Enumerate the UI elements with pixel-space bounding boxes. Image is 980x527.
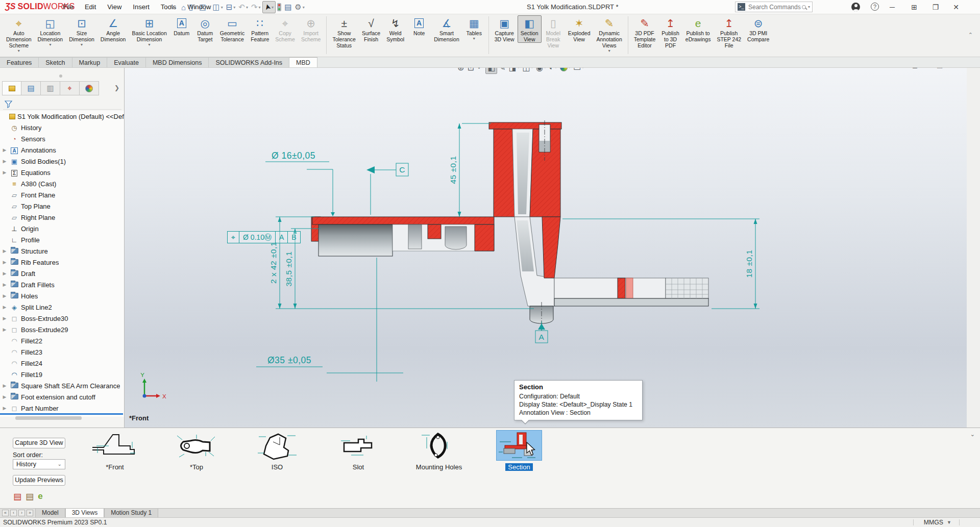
print-icon[interactable]: ⊟▾	[225, 1, 237, 13]
dim-42[interactable]: 2 x 42 ±0,1	[269, 242, 278, 284]
pattern-feature-button[interactable]: ∷PatternFeature	[248, 15, 272, 42]
geometric-tolerance-button[interactable]: ▭GeometricTolerance	[217, 15, 248, 42]
tree-item-profile[interactable]: ∟Profile	[0, 234, 124, 245]
view-scene-icon[interactable]: ▭▾	[572, 68, 585, 73]
tree-item-square-shaft-sea-arm-clearance[interactable]: ▶Square Shaft SEA Arm Clearance	[0, 380, 124, 391]
dim-18[interactable]: 18 ±0,1	[745, 249, 753, 278]
view-thumbnail-slot[interactable]: Slot	[328, 431, 389, 471]
tables-button[interactable]: ▦Tables▼	[462, 15, 486, 40]
units-selector[interactable]: MMGS	[924, 518, 943, 527]
menu-file[interactable]: File	[57, 0, 79, 14]
capture-3d-view-button[interactable]: Capture 3D View	[13, 438, 65, 448]
tab-sketch[interactable]: Sketch	[39, 57, 72, 67]
datum-c-label[interactable]: C	[399, 165, 405, 174]
hide-show-items-icon[interactable]: ◉▾	[534, 68, 547, 73]
3d-pmi-compare-button[interactable]: ⊜3D PMICompare	[744, 15, 772, 42]
tree-item-rib-features[interactable]: ▶Rib Features	[0, 257, 124, 268]
account-icon[interactable]	[851, 3, 860, 11]
dynamic-annotation-views-button[interactable]: ✎DynamicAnnotationViews▼	[594, 15, 625, 53]
tree-item-right-plane[interactable]: ▱Right Plane	[0, 212, 124, 223]
thumbnail-image-top[interactable]	[174, 431, 219, 460]
section-view-button[interactable]: ◧SectionView	[518, 15, 542, 43]
close-button[interactable]: ✕	[949, 0, 963, 14]
panel-expand-icon[interactable]: ❯	[114, 84, 119, 91]
doc-tab-model[interactable]: Model	[35, 509, 65, 517]
zoom-to-fit-icon[interactable]: ⊕	[456, 68, 465, 73]
fm-tab-dimxpert[interactable]: ⌖	[60, 81, 80, 95]
view-thumbnail-top[interactable]: *Top	[166, 431, 227, 471]
tab-mbd-dimensions[interactable]: MBD Dimensions	[146, 57, 209, 67]
menu-edit[interactable]: Edit	[79, 0, 102, 14]
annotation-views-icon[interactable]: ✎	[497, 68, 507, 73]
ribbon-collapse-icon[interactable]: ⌃	[968, 32, 973, 38]
tree-item-draft-fillets[interactable]: ▶Draft Fillets	[0, 279, 124, 290]
search-dropdown-icon[interactable]: ▾	[808, 5, 810, 9]
datum-a-label[interactable]: A	[539, 333, 545, 341]
tab-nav-2[interactable]: ›	[18, 510, 25, 516]
tree-item-holes[interactable]: ▶Holes	[0, 290, 124, 302]
menu-view[interactable]: View	[102, 0, 127, 14]
display-style-icon[interactable]: ◨▾	[507, 68, 521, 73]
tab-nav-3[interactable]: »	[27, 510, 33, 516]
publish-step-icon[interactable]: ▤	[26, 491, 34, 502]
tab-nav-1[interactable]: ‹	[10, 510, 17, 516]
tree-item-origin[interactable]: ⊥Origin	[0, 223, 124, 234]
panel-resize-handle[interactable]	[59, 74, 62, 78]
update-previews-button[interactable]: Update Previews	[13, 475, 65, 486]
appearances-icon[interactable]: ▾	[558, 68, 572, 72]
publish-to-3d-pdf-button[interactable]: ↥Publishto 3DPDF	[658, 15, 682, 48]
previous-view-icon[interactable]: ↶	[476, 68, 485, 73]
tree-item-foot-extension-and-cutoff[interactable]: ▶Foot extension and cutoff	[0, 391, 124, 403]
thumbnail-image-slot[interactable]	[336, 431, 381, 460]
capture-3d-view-button[interactable]: ▣Capture3D View	[492, 15, 518, 42]
doc-tab-3d-views[interactable]: 3D Views	[65, 509, 104, 517]
tree-item-fillet19[interactable]: ◠Fillet19	[0, 369, 124, 380]
publish-step-242-button[interactable]: ↥PublishSTEP 242File	[714, 15, 744, 48]
restore-button[interactable]: ❐	[929, 0, 942, 14]
undo-icon[interactable]: ↶▾	[237, 1, 250, 13]
fm-tab-properties[interactable]: ▤	[21, 81, 41, 95]
thumbnail-image-front[interactable]	[92, 431, 137, 460]
tree-item-split-line2[interactable]: ▶◈Split Line2	[0, 302, 124, 313]
select-icon[interactable]: ➤▾	[262, 1, 276, 13]
tab-evaluate[interactable]: Evaluate	[107, 57, 146, 67]
doc-minimize-icon[interactable]: ─	[925, 68, 929, 70]
tree-item-history[interactable]: ◷History	[0, 122, 124, 133]
dim-dia35[interactable]: Ø35 ±0,05	[267, 355, 311, 365]
auto-dimension-scheme-button[interactable]: ⌖AutoDimensionScheme▼	[3, 15, 35, 53]
view-thumbnail-holes[interactable]: Mounting Holes	[408, 431, 470, 471]
section-view-icon[interactable]: ◧	[485, 68, 497, 74]
doc-close-icon[interactable]: ✕	[950, 68, 955, 70]
tile-windows-button[interactable]: ⊞	[908, 0, 921, 14]
tree-item-top-plane[interactable]: ▱Top Plane	[0, 200, 124, 212]
tree-item-boss-extrude30[interactable]: ▶◻Boss-Extrude30	[0, 313, 124, 324]
view-thumbnail-section[interactable]: Section	[488, 431, 550, 471]
tree-item-draft[interactable]: ▶Draft	[0, 268, 124, 279]
surface-finish-button[interactable]: √SurfaceFinish	[359, 15, 383, 42]
doc-tab-motion-study-1[interactable]: Motion Study 1	[104, 509, 158, 517]
tab-mbd[interactable]: MBD	[289, 57, 317, 67]
tab-markup[interactable]: Markup	[72, 57, 108, 67]
3d-pdf-template-editor-button[interactable]: ✎3D PDFTemplateEditor	[631, 15, 659, 48]
show-tolerance-status-button[interactable]: ±ShowToleranceStatus	[329, 15, 359, 48]
tree-item-annotations[interactable]: ▶AAnnotations	[0, 144, 124, 156]
tree-item-solid-bodies-1-[interactable]: ▶▣Solid Bodies(1)	[0, 156, 124, 167]
view-thumbnail-front[interactable]: *Front	[84, 431, 145, 471]
publish-to-edrawings-button[interactable]: ePublish toeDrawings	[682, 15, 714, 42]
angle-dimension-button[interactable]: ∠AngleDimension	[97, 15, 129, 42]
save-icon[interactable]: ◫▾	[211, 1, 225, 13]
smart-dimension-button[interactable]: ∡SmartDimension	[431, 15, 462, 42]
display-options-icon[interactable]: ▤	[283, 1, 293, 13]
redo-icon[interactable]: ↷▾	[250, 1, 262, 13]
publish-3d-pdf-icon[interactable]: ▤	[13, 491, 21, 502]
menu-insert[interactable]: Insert	[127, 0, 155, 14]
fm-tab-features[interactable]	[2, 81, 21, 95]
datum-target-button[interactable]: ◎DatumTarget	[193, 15, 217, 42]
panel-scroll-icon[interactable]: ⌄	[970, 431, 975, 438]
tree-item-a380-cast-[interactable]: ≡A380 (Cast)	[0, 178, 124, 189]
tree-item-part-number[interactable]: ▶◻Part Number	[0, 403, 124, 414]
help-icon[interactable]: ?	[871, 3, 879, 11]
dim-38-5[interactable]: 38,5 ±0,1	[284, 251, 293, 286]
tree-item-fillet23[interactable]: ◠Fillet23	[0, 346, 124, 358]
feature-control-frame-top[interactable]: ⌖Ø 0.10ⓂAB	[227, 231, 301, 243]
